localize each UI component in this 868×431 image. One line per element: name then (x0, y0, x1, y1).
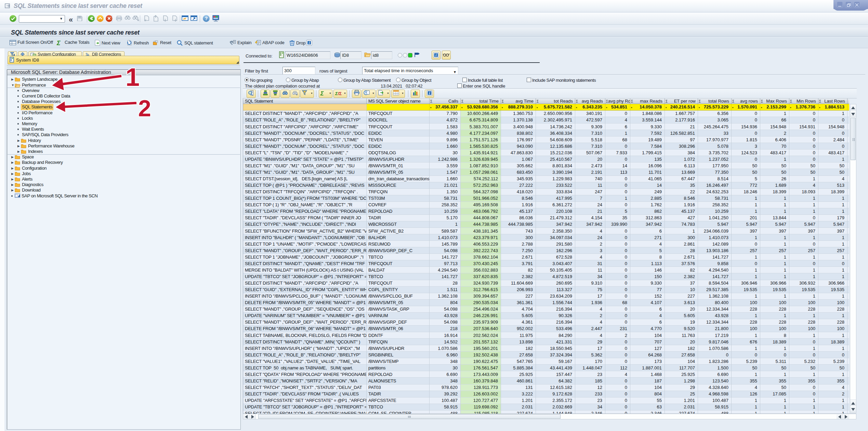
svg-text:i: i (309, 41, 310, 45)
svg-text:i: i (436, 53, 437, 57)
svg-text:i: i (429, 91, 430, 95)
svg-text:?: ? (205, 16, 208, 21)
